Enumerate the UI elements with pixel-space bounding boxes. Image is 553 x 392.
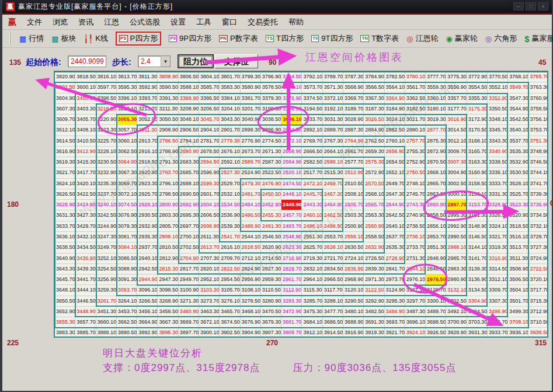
grid-cell[interactable]: 2464.90 (323, 200, 343, 210)
grid-cell[interactable]: 3336.10 (488, 168, 508, 178)
grid-cell[interactable]: 3729.70 (528, 232, 548, 242)
grid-cell[interactable]: 2616.10 (220, 242, 240, 253)
grid-cell[interactable]: 3379.30 (261, 93, 281, 104)
grid-cell[interactable]: 3427.30 (75, 210, 96, 221)
grid-cell[interactable]: 3312.10 (488, 275, 508, 285)
grid-cell[interactable]: 2460.10 (302, 210, 322, 221)
toolbar-item-winner-wheel[interactable]: ◉赢家轮 (446, 33, 477, 44)
grid-cell[interactable]: 2887.30 (343, 125, 364, 136)
grid-cell[interactable]: 3117.70 (323, 285, 343, 296)
grid-cell[interactable]: 3424.90 (75, 200, 96, 210)
menu-item[interactable]: 工具 (196, 17, 211, 27)
grid-cell[interactable]: 3722.50 (528, 264, 548, 275)
grid-cell[interactable]: 2556.10 (343, 232, 364, 242)
grid-cell[interactable]: 2671.30 (261, 147, 281, 157)
grid-cell[interactable]: 2985.70 (446, 254, 467, 264)
grid-cell[interactable]: 3715.30 (528, 296, 548, 307)
grid-cell[interactable]: 3115.30 (302, 285, 322, 296)
grid-cell[interactable]: 3820.90 (55, 72, 75, 82)
grid-cell[interactable]: 3643.30 (55, 264, 75, 275)
grid-cell[interactable]: 2697.70 (179, 221, 199, 232)
grid-cell[interactable]: 3897.70 (179, 328, 199, 338)
grid-cell[interactable]: 2882.50 (385, 125, 405, 136)
grid-cell[interactable]: 3026.50 (364, 115, 384, 125)
grid-cell[interactable]: 3168.10 (467, 136, 488, 147)
grid-cell[interactable]: 2625.70 (302, 242, 322, 253)
grid-cell[interactable]: 3103.30 (199, 285, 220, 296)
grid-cell[interactable]: 2491.30 (261, 221, 281, 232)
grid-cell[interactable]: 2724.10 (343, 254, 364, 264)
grid-cell[interactable]: 2476.90 (261, 179, 281, 189)
grid-cell[interactable]: 2848.90 (426, 254, 446, 264)
grid-cell[interactable]: 3609.70 (55, 115, 75, 125)
grid-cell[interactable]: 2971.30 (364, 275, 384, 285)
grid-cell[interactable]: 2928.10 (137, 200, 158, 210)
grid-cell[interactable]: 3580.90 (241, 82, 261, 93)
grid-cell[interactable]: 2486.50 (241, 210, 261, 221)
grid-cell[interactable]: 3283.30 (281, 296, 302, 307)
grid-cell[interactable]: 2544.10 (241, 232, 261, 242)
grid-cell[interactable]: 3607.30 (55, 104, 75, 115)
grid-cell[interactable]: 2803.30 (158, 210, 178, 221)
grid-cell[interactable]: 3760.90 (528, 93, 548, 104)
grid-cell[interactable]: 3816.10 (96, 72, 117, 82)
grid-cell[interactable]: 3480.10 (343, 307, 364, 317)
grid-cell[interactable]: 2738.50 (405, 221, 426, 232)
grid-cell[interactable]: 3768.10 (508, 72, 528, 82)
grid-cell[interactable]: 3787.30 (343, 72, 364, 82)
grid-cell[interactable]: 3919.30 (364, 328, 384, 338)
grid-cell[interactable]: 2728.90 (385, 254, 405, 264)
grid-cell[interactable]: 3021.70 (405, 115, 426, 125)
grid-cell[interactable]: 2992.90 (446, 221, 467, 232)
grid-cell[interactable]: 3892.90 (137, 328, 158, 338)
grid-cell[interactable]: 2546.50 (261, 232, 281, 242)
grid-cell[interactable]: 3290.50 (343, 296, 364, 307)
grid-cell[interactable]: 3794.50 (281, 72, 302, 82)
grid-cell[interactable]: 2448.10 (281, 189, 302, 200)
grid-cell[interactable]: 2558.50 (364, 232, 384, 242)
grid-cell[interactable]: 3067.30 (117, 168, 137, 178)
grid-cell[interactable]: 2925.70 (137, 189, 158, 200)
grid-cell[interactable]: 3124.90 (385, 285, 405, 296)
grid-cell[interactable]: 2604.10 (199, 200, 220, 210)
grid-cell[interactable]: 2664.10 (323, 147, 343, 157)
grid-cell[interactable]: 3403.30 (75, 104, 96, 115)
grid-cell[interactable]: 2896.90 (261, 125, 281, 136)
grid-cell[interactable]: 2995.30 (446, 210, 467, 221)
minimize-button[interactable]: ─ (513, 2, 524, 11)
grid-cell[interactable]: 2750.50 (405, 168, 426, 178)
maximize-button[interactable]: □ (526, 2, 536, 11)
grid-cell[interactable]: 3158.50 (467, 179, 488, 189)
grid-cell[interactable]: 2757.70 (405, 136, 426, 147)
grid-cell[interactable]: 2654.50 (385, 157, 405, 168)
grid-cell[interactable]: 2755.30 (405, 147, 426, 157)
grid-cell[interactable]: 2608.90 (199, 221, 220, 232)
grid-cell[interactable]: 3561.70 (405, 82, 426, 93)
grid-cell[interactable]: 3530.50 (508, 168, 528, 178)
menu-item[interactable]: 窗口 (222, 17, 237, 27)
grid-cell[interactable]: 2570.50 (364, 179, 384, 189)
grid-cell[interactable]: 3573.70 (302, 82, 322, 93)
grid-cell[interactable]: 3374.50 (302, 93, 322, 104)
grid-cell[interactable]: 2685.70 (179, 168, 199, 178)
grid-cell[interactable]: 3684.10 (302, 317, 322, 328)
grid-cell[interactable]: 2889.70 (323, 125, 343, 136)
grid-cell[interactable]: 2529.70 (220, 179, 240, 189)
grid-cell[interactable]: 3724.90 (528, 254, 548, 264)
toolbar-item-t-table[interactable]: TNT数字表 (360, 33, 399, 44)
grid-cell[interactable]: 3602.50 (55, 82, 75, 93)
grid-cell[interactable]: 3333.70 (488, 179, 508, 189)
grid-cell[interactable]: 2822.50 (220, 264, 240, 275)
toolbar-item-9p-square[interactable]: P99P四方形 (169, 33, 211, 44)
grid-cell[interactable]: 3285.70 (302, 296, 322, 307)
grid-cell[interactable]: 3072.10 (117, 189, 137, 200)
grid-cell[interactable]: 3578.50 (261, 82, 281, 93)
grid-cell[interactable]: 2949.70 (179, 275, 199, 285)
grid-cell[interactable]: 3415.30 (75, 157, 96, 168)
grid-cell[interactable]: 2589.70 (241, 157, 261, 168)
grid-cell[interactable]: 3624.10 (55, 179, 75, 189)
grid-cell[interactable]: 3316.90 (488, 254, 508, 264)
grid-cell[interactable]: 3259.30 (96, 285, 117, 296)
grid-cell[interactable]: 3909.70 (281, 328, 302, 338)
grid-cell[interactable]: 3220.90 (96, 115, 117, 125)
